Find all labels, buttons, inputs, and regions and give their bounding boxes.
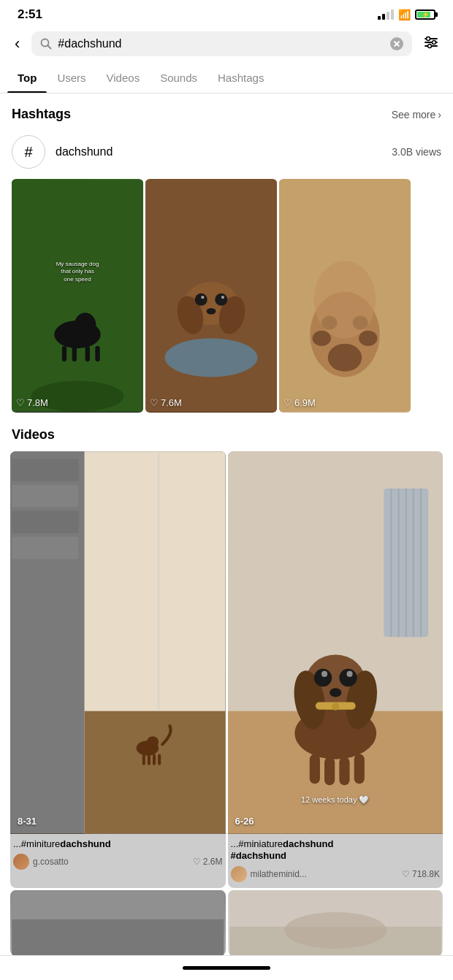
svg-rect-41 (85, 711, 226, 834)
svg-point-25 (207, 308, 216, 314)
video-2-likes: ♡ 718.8K (402, 869, 440, 879)
hashtags-title: Hashtags (12, 107, 71, 122)
wifi-icon: 📶 (398, 9, 411, 20)
svg-rect-8 (12, 180, 143, 412)
svg-rect-15 (95, 346, 99, 361)
svg-point-76 (284, 912, 387, 949)
svg-point-67 (332, 703, 339, 711)
heart-icon-2: ♡ (402, 869, 410, 879)
svg-rect-12 (62, 346, 66, 361)
video-2-date: 6-26 (235, 816, 254, 827)
svg-rect-45 (142, 754, 145, 765)
search-input-wrap[interactable]: #dachshund (31, 31, 412, 56)
thumb-1-text: My sausage dogthat only hasone speed (55, 259, 101, 285)
svg-rect-14 (85, 346, 90, 361)
svg-rect-38 (12, 511, 78, 533)
svg-rect-13 (72, 346, 77, 361)
svg-point-7 (428, 45, 432, 48)
thumb-2-likes: ♡ 7.6M (150, 397, 182, 408)
bottom-bar (0, 955, 453, 980)
svg-point-21 (195, 294, 208, 306)
username-2: milatheminid... (251, 869, 307, 879)
svg-point-29 (313, 331, 331, 346)
content: Hashtags See more › # dachshund 3.0B vie… (0, 93, 453, 956)
filter-icon (422, 34, 440, 51)
search-icon (40, 38, 52, 50)
hashtag-name: dachshund (56, 145, 381, 158)
svg-rect-37 (12, 485, 78, 507)
hashtag-symbol: # (12, 135, 45, 169)
video-thumb-1: 8-31 (10, 451, 226, 834)
svg-point-44 (147, 736, 159, 748)
svg-point-22 (215, 294, 227, 306)
tab-videos[interactable]: Videos (96, 63, 151, 93)
videos-header: Videos (0, 421, 453, 451)
thumb-2-visual (145, 179, 277, 413)
videos-section: Videos (0, 413, 453, 956)
svg-rect-68 (309, 754, 319, 784)
hashtag-views: 3.0B views (392, 146, 441, 158)
thumb-1-likes: ♡ 7.8M (16, 397, 48, 408)
heart-icon-1: ♡ (193, 857, 201, 867)
tab-users[interactable]: Users (47, 63, 96, 93)
svg-rect-35 (10, 451, 85, 833)
video-grid: 8-31 ...#minituredachshund g.cosatto ♡ 2… (0, 451, 453, 888)
svg-point-17 (164, 338, 257, 377)
svg-rect-48 (158, 754, 161, 765)
svg-rect-36 (12, 459, 78, 481)
clear-button[interactable] (390, 37, 403, 50)
tab-sounds[interactable]: Sounds (150, 63, 208, 93)
filter-button[interactable] (419, 31, 443, 57)
thumb-3-visual (279, 179, 411, 413)
svg-rect-39 (12, 537, 78, 559)
video-1-meta: g.cosatto ♡ 2.6M (13, 854, 223, 870)
hashtags-see-more[interactable]: See more › (392, 109, 441, 120)
video-thumb-2: 12 weeks today 🤍 6-26 (228, 451, 444, 834)
hashtag-thumbnails: My sausage dogthat only hasone speed ♡ 7… (0, 179, 453, 413)
svg-point-5 (427, 37, 430, 41)
status-time: 2:51 (18, 7, 42, 22)
thumb-3-likes: ♡ 6.9M (283, 397, 316, 408)
hashtag-item[interactable]: # dachshund 3.0B views (0, 131, 453, 179)
tab-hashtags[interactable]: Hashtags (208, 63, 274, 93)
svg-rect-70 (339, 757, 349, 786)
video-2-info: ...#miniaturedachshund #dachshund milath… (228, 834, 444, 889)
home-indicator (183, 966, 270, 970)
svg-point-28 (328, 344, 362, 372)
video-1-caption: ...#minituredachshund (13, 838, 223, 851)
tabs-row: Top Users Videos Sounds Hashtags (0, 63, 453, 93)
svg-point-6 (433, 41, 436, 45)
tab-top[interactable]: Top (7, 63, 47, 93)
svg-line-1 (48, 46, 51, 49)
svg-point-33 (314, 261, 376, 338)
hashtags-section-header: Hashtags See more › (0, 93, 453, 131)
thumb-1-visual (12, 179, 143, 413)
partial-card-2[interactable] (228, 890, 444, 956)
svg-rect-69 (324, 757, 335, 786)
back-button[interactable]: ‹ (10, 31, 24, 56)
svg-rect-46 (148, 754, 151, 765)
hashtag-thumb-1[interactable]: My sausage dogthat only hasone speed ♡ 7… (12, 179, 143, 413)
video-card-2[interactable]: 12 weeks today 🤍 6-26 ...#miniaturedachs… (228, 451, 444, 888)
svg-point-24 (221, 296, 224, 299)
bottom-partial (0, 888, 453, 956)
video-1-user: g.cosatto (13, 854, 69, 870)
video-2-user: milatheminid... (231, 866, 307, 882)
video-1-date: 8-31 (18, 816, 37, 827)
video-2-overlay: 12 weeks today 🤍 (228, 795, 444, 805)
svg-point-11 (75, 313, 96, 337)
svg-point-23 (201, 296, 204, 299)
status-icons: 📶 ⚡ (378, 9, 435, 20)
video-2-caption: ...#miniaturedachshund #dachshund (231, 838, 441, 863)
username-1: g.cosatto (33, 857, 69, 867)
signal-icon (378, 9, 394, 20)
search-query[interactable]: #dachshund (58, 37, 384, 50)
svg-point-63 (321, 671, 327, 677)
user-avatar-1 (13, 854, 29, 870)
video-card-1[interactable]: 8-31 ...#minituredachshund g.cosatto ♡ 2… (10, 451, 226, 888)
video-2-meta: milatheminid... ♡ 718.8K (231, 866, 441, 882)
hashtag-thumb-2[interactable]: ♡ 7.6M (145, 179, 277, 413)
hashtag-thumb-3[interactable]: ♡ 6.9M (279, 179, 411, 413)
svg-rect-73 (12, 919, 224, 956)
partial-card-1[interactable] (10, 890, 226, 956)
